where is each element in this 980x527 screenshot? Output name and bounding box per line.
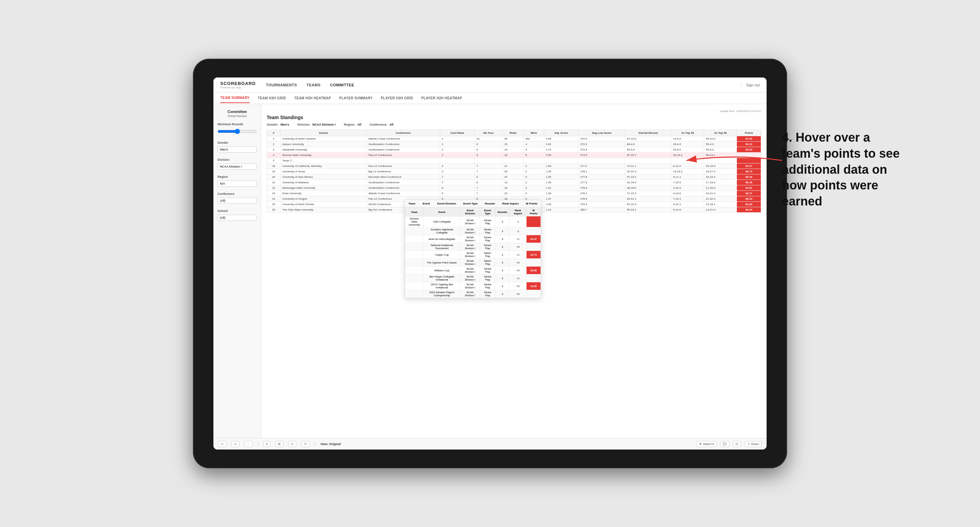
back-button[interactable]: ← [244, 441, 253, 447]
tt-event: The Cypress Point Classic [423, 259, 460, 267]
tt-team [405, 227, 423, 235]
list-item: National Invitational Tournament NCAA Di… [405, 243, 541, 251]
conference-cell: Pac-12 Conference [366, 163, 440, 169]
tab-team-h2h-grid[interactable]: TEAM H2H GRID [258, 94, 286, 103]
min-rounds-slider[interactable] [218, 127, 257, 135]
tt-type: Match Play [480, 259, 495, 267]
points-cell[interactable]: 88.54 [737, 196, 761, 202]
tooltip-type-col: Event Type [463, 202, 478, 205]
points-cell[interactable]: 83.89 [737, 202, 761, 207]
conf-rank-cell: 3 [440, 169, 475, 175]
tt-rounds: 3 [495, 243, 509, 251]
school-cell: University of California, Berkeley [280, 163, 366, 169]
division-select[interactable]: NCAA Division I [218, 163, 257, 170]
conference-select[interactable]: (All) [218, 198, 257, 204]
rank-cell: 21 [267, 180, 281, 185]
wins-cell: 262 [523, 136, 544, 142]
region-select[interactable]: N/A [218, 181, 257, 187]
filter-region: Region: All [344, 123, 361, 126]
nav-items: TOURNAMENTS TEAMS COMMITTEE [266, 82, 741, 88]
tab-player-h2h-heatmap[interactable]: PLAYER H2H HEATMAP [422, 94, 462, 103]
conf-rank-cell: 1 [440, 136, 475, 142]
conference-cell: Pac-12 Conference [366, 152, 440, 158]
list-item: Williams Cup NCAA Division I Stroke Play… [405, 267, 541, 275]
tt-col-rounds: Rounds [495, 208, 509, 216]
filter-division: Division: NCAA Division I [298, 123, 336, 126]
wins-cell: 4 [523, 147, 544, 152]
table-row[interactable]: 20 University of New Mexico Mountain Wes… [267, 175, 761, 180]
tab-team-h2h-heatmap[interactable]: TEAM H2H HEATMAP [294, 94, 331, 103]
grid-button[interactable]: ⊞ [275, 441, 283, 447]
table-row[interactable]: 23 Duke University Atlantic Coast Confer… [267, 191, 761, 196]
watch-button[interactable]: 👁 Watch ▾ [696, 441, 717, 447]
points-cell[interactable]: 88.49 [737, 175, 761, 180]
copy-button[interactable]: ⎘ [263, 441, 270, 447]
redo-button[interactable]: ↪ [231, 441, 239, 447]
share-button[interactable]: ↗ Share [745, 441, 762, 447]
division-filter-label: Division: [298, 123, 310, 126]
tt-rank: +0 [509, 259, 527, 267]
vs25-cell: 7-19-1 [671, 196, 704, 202]
sign-out-button[interactable]: Sign out [741, 83, 760, 87]
view-original-button[interactable]: View: Original [320, 442, 341, 446]
undo-button[interactable]: ↩ [218, 441, 226, 447]
clock-button[interactable]: ⏱ [301, 441, 310, 447]
sidebar-subtitle: Portal Review [218, 114, 257, 118]
overall-cell: 97-23-2 [625, 175, 671, 180]
tooltip-table: Team Event Event Division Event Type Rou… [405, 208, 541, 298]
school-label: School [218, 209, 257, 213]
rnds-cell [503, 158, 524, 163]
table-row[interactable]: 1 University of North Carolina Atlantic … [267, 136, 761, 142]
gender-select[interactable]: Men's [218, 146, 257, 152]
school-cell: University of North Florida [280, 202, 366, 207]
school-cell: Vanderbilt University [280, 147, 366, 152]
conference-cell: Atlantic Coast Conference [366, 136, 440, 142]
table-row[interactable]: 21 University of Alabama Southeastern Co… [267, 180, 761, 185]
avg-low-cell: 272.3 [578, 142, 625, 147]
col-overall: Overall Record [625, 130, 671, 136]
rnds-cell: 18 [503, 152, 524, 158]
school-select[interactable]: (All) [218, 215, 257, 221]
top-navigation: SCOREBOARD Powered by clipp TOURNAMENTS … [213, 78, 767, 92]
vs25-cell: 9-14-0 [671, 207, 704, 213]
points-cell[interactable]: 93.31 [737, 142, 761, 147]
avg-low-cell: 278.1 [578, 169, 625, 175]
conf-rank-cell [440, 158, 475, 163]
overall-cell: 86-4-0 [625, 142, 671, 147]
rank-cell: 3 [267, 147, 281, 152]
tt-div: NCAA Division I [460, 259, 480, 267]
table-row[interactable]: 22 Mississippi State University Southeas… [267, 185, 761, 191]
tab-player-h2h-grid[interactable]: PLAYER H2H GRID [381, 94, 413, 103]
overall-cell: 87-22-3 [625, 202, 671, 207]
tt-col-event: Event [423, 208, 460, 216]
nav-committee[interactable]: COMMITTEE [330, 82, 355, 88]
table-row[interactable]: 2 Auburn University Southeastern Confere… [267, 142, 761, 147]
conf-rank-cell: 1 [440, 175, 475, 180]
list-item: The Cypress Point Classic NCAA Division … [405, 259, 541, 267]
annotation-text: 4. Hover over a team's points to see add… [782, 130, 912, 210]
pencil-button[interactable]: ✏ [288, 441, 296, 447]
gender-label: Gender [218, 141, 257, 144]
adj-score-cell: 2.73 [544, 147, 578, 152]
tt-rounds: 3 [495, 275, 509, 282]
rank-cell: 19 [267, 169, 281, 175]
feedback-button[interactable]: 💬 [720, 441, 729, 447]
points-cell[interactable]: 83.81 [737, 185, 761, 191]
overall-cell: 53-41-1 [625, 196, 671, 202]
tt-rank: +0 [509, 290, 527, 298]
nav-tournaments[interactable]: TOURNAMENTS [266, 82, 297, 88]
tt-div: NCAA Division I [460, 282, 480, 290]
conf-rank-cell: 8 [440, 185, 475, 191]
layout-button[interactable]: ⊡ [733, 441, 741, 447]
tt-wpoints: 56.66 [527, 267, 541, 275]
tt-div: NCAA Division I [460, 227, 480, 235]
nav-teams[interactable]: TEAMS [307, 82, 321, 88]
points-cell[interactable]: 88.48 [737, 180, 761, 185]
tab-player-summary[interactable]: PLAYER SUMMARY [339, 94, 372, 103]
points-cell[interactable]: 88.94 [737, 207, 761, 213]
points-cell[interactable]: 97.02 [737, 136, 761, 142]
tt-event: Ben Hogan Collegiate Invitational [423, 275, 460, 282]
points-cell[interactable]: 88.71 [737, 191, 761, 196]
tab-team-summary[interactable]: TEAM SUMMARY [220, 93, 250, 103]
overall-cell: 73-21-1 [625, 163, 671, 169]
